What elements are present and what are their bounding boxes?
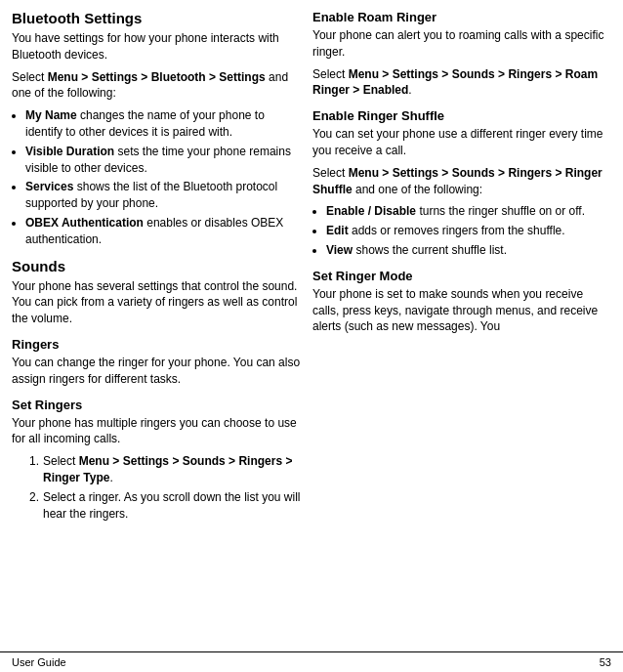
ringer-shuffle-title: Enable Ringer Shuffle bbox=[312, 108, 611, 123]
shuffle-bullet-2-bold: View bbox=[326, 243, 353, 257]
page-container: Bluetooth Settings You have settings for… bbox=[0, 0, 623, 672]
set-ringers-step-2: 2. Select a ringer. As you scroll down t… bbox=[29, 489, 305, 523]
bluetooth-title: Bluetooth Settings bbox=[12, 10, 305, 26]
ringer-mode-section: Set Ringer Mode Your phone is set to mak… bbox=[312, 269, 611, 335]
set-ringers-section: Set Ringers Your phone has multiple ring… bbox=[12, 398, 305, 523]
roam-ringer-intro: Your phone can alert you to roaming call… bbox=[312, 27, 611, 61]
ringers-intro: You can change the ringer for your phone… bbox=[12, 355, 305, 388]
roam-ringer-select: Select Menu > Settings > Sounds > Ringer… bbox=[312, 66, 611, 100]
step-1-num: 1. bbox=[29, 453, 39, 486]
ringer-mode-intro: Your phone is set to make sounds when yo… bbox=[312, 286, 611, 335]
ringer-shuffle-bold: Menu > Settings > Sounds > Ringers > Rin… bbox=[312, 166, 602, 196]
step-2-num: 2. bbox=[29, 489, 39, 523]
bullet-0-bold: My Name bbox=[25, 108, 77, 122]
shuffle-bullet-1-bold: Edit bbox=[326, 224, 349, 237]
ringers-section: Ringers You can change the ringer for yo… bbox=[12, 337, 305, 388]
set-ringers-steps: 1. Select Menu > Settings > Sounds > Rin… bbox=[29, 453, 305, 522]
bluetooth-bullet-1: Visible Duration sets the time your phon… bbox=[25, 144, 305, 177]
content-area: Bluetooth Settings You have settings for… bbox=[0, 0, 623, 651]
footer-right: 53 bbox=[600, 656, 611, 668]
sounds-section: Sounds Your phone has several settings t… bbox=[12, 258, 305, 327]
bluetooth-bullets: My Name changes the name of your phone t… bbox=[25, 107, 305, 247]
footer-left: User Guide bbox=[12, 656, 66, 668]
left-column: Bluetooth Settings You have settings for… bbox=[12, 10, 305, 651]
roam-ringer-bold: Menu > Settings > Sounds > Ringers > Roa… bbox=[312, 67, 598, 98]
ringer-shuffle-select: Select Menu > Settings > Sounds > Ringer… bbox=[312, 165, 611, 198]
page-footer: User Guide 53 bbox=[0, 651, 623, 672]
bluetooth-bullet-3: OBEX Authentication enables or disables … bbox=[25, 215, 305, 248]
bullet-2-bold: Services bbox=[25, 180, 73, 193]
set-ringers-step-1: 1. Select Menu > Settings > Sounds > Rin… bbox=[29, 453, 305, 486]
step-2-text: Select a ringer. As you scroll down the … bbox=[43, 489, 305, 523]
ringer-shuffle-section: Enable Ringer Shuffle You can set your p… bbox=[312, 108, 611, 259]
step-1-bold: Menu > Settings > Sounds > Ringers > Rin… bbox=[43, 454, 292, 484]
sounds-intro: Your phone has several settings that con… bbox=[12, 278, 305, 327]
shuffle-bullet-1: Edit adds or removes ringers from the sh… bbox=[326, 223, 611, 239]
shuffle-bullet-2: View shows the current shuffle list. bbox=[326, 242, 611, 259]
bullet-1-bold: Visible Duration bbox=[25, 145, 114, 158]
bluetooth-bullet-0: My Name changes the name of your phone t… bbox=[25, 107, 305, 141]
bullet-3-bold: OBEX Authentication bbox=[25, 216, 144, 230]
set-ringers-intro: Your phone has multiple ringers you can … bbox=[12, 415, 305, 448]
ringer-shuffle-bullets: Enable / Disable turns the ringer shuffl… bbox=[326, 203, 611, 258]
ringer-mode-title: Set Ringer Mode bbox=[312, 269, 611, 283]
bluetooth-select-bold: Menu > Settings > Bluetooth > Settings bbox=[48, 70, 266, 84]
bluetooth-intro: You have settings for how your phone int… bbox=[12, 30, 305, 63]
right-column: Enable Roam Ringer Your phone can alert … bbox=[312, 10, 611, 651]
bluetooth-select: Select Menu > Settings > Bluetooth > Set… bbox=[12, 69, 305, 103]
bluetooth-select-text: Select bbox=[12, 70, 48, 84]
shuffle-bullet-0: Enable / Disable turns the ringer shuffl… bbox=[326, 203, 611, 220]
sounds-title: Sounds bbox=[12, 258, 305, 274]
roam-ringer-section: Enable Roam Ringer Your phone can alert … bbox=[312, 10, 611, 99]
ringer-shuffle-intro: You can set your phone use a different r… bbox=[312, 126, 611, 159]
bluetooth-section: Bluetooth Settings You have settings for… bbox=[12, 10, 305, 248]
set-ringers-title: Set Ringers bbox=[12, 398, 305, 412]
ringers-title: Ringers bbox=[12, 337, 305, 352]
shuffle-bullet-0-bold: Enable / Disable bbox=[326, 204, 416, 218]
bluetooth-bullet-2: Services shows the list of the Bluetooth… bbox=[25, 179, 305, 212]
step-1-text: Select Menu > Settings > Sounds > Ringer… bbox=[43, 453, 305, 486]
roam-ringer-title: Enable Roam Ringer bbox=[312, 10, 611, 24]
